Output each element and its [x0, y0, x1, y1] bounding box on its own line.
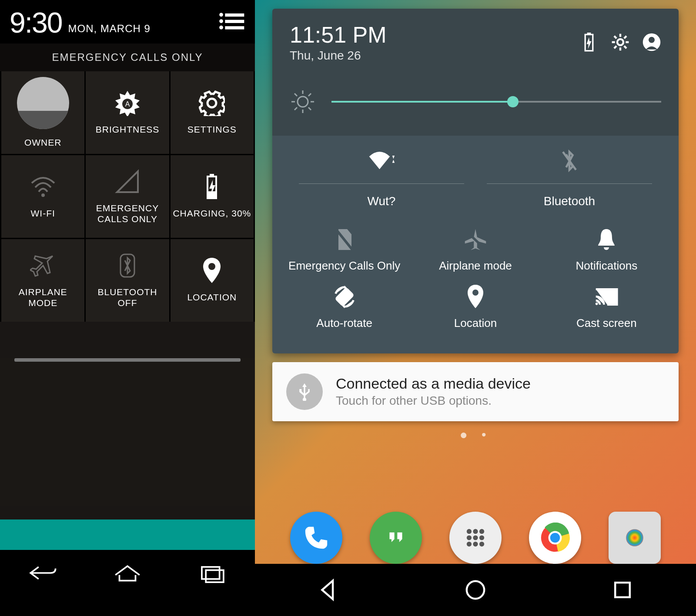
drag-handle[interactable] — [14, 358, 241, 362]
recents-button[interactable] — [610, 578, 635, 602]
svg-point-4 — [219, 19, 223, 23]
airplane-icon — [30, 253, 56, 279]
settings-icon[interactable] — [611, 33, 630, 52]
tile-label: Notifications — [576, 260, 638, 273]
notification-subtitle: Touch for other USB options. — [336, 394, 531, 408]
svg-point-53 — [479, 529, 484, 534]
bluetooth-icon — [114, 253, 141, 279]
wifi-icon — [30, 174, 56, 200]
tile-battery[interactable]: CHARGING, 30% — [171, 155, 254, 238]
svg-point-9 — [41, 193, 45, 197]
tile-label: OWNER — [23, 137, 64, 148]
svg-point-3 — [219, 13, 223, 17]
svg-marker-20 — [587, 37, 592, 49]
tile-label: Bluetooth — [544, 194, 595, 208]
svg-point-55 — [473, 535, 478, 540]
airplane-off-icon — [463, 227, 488, 252]
tile-label: AIRPLANE MODE — [1, 286, 84, 308]
tile-settings[interactable]: SETTINGS — [171, 71, 254, 154]
tile-owner[interactable]: OWNER — [1, 71, 84, 154]
svg-rect-66 — [615, 583, 630, 597]
slider-track[interactable] — [331, 101, 661, 103]
tile-label: EMERGENCY CALLS ONLY — [86, 203, 169, 224]
tile-label: Airplane mode — [439, 260, 512, 273]
tile-airplane[interactable]: Airplane mode — [412, 227, 539, 273]
home-button[interactable] — [111, 561, 144, 585]
svg-point-56 — [479, 535, 484, 540]
recents-button[interactable] — [196, 561, 228, 585]
tile-label: Auto-rotate — [316, 317, 372, 330]
tile-label: BRIGHTNESS — [94, 124, 161, 135]
tile-sim[interactable]: Emergency Calls Only — [281, 227, 408, 273]
page-indicator: ● • — [255, 427, 696, 442]
brightness-slider[interactable] — [290, 89, 661, 115]
svg-rect-16 — [202, 567, 220, 579]
tile-label: Emergency Calls Only — [288, 260, 400, 273]
clock: 11:51 PM — [290, 22, 387, 48]
tile-signal[interactable]: EMERGENCY CALLS ONLY — [86, 155, 169, 238]
svg-rect-17 — [206, 570, 224, 583]
svg-rect-2 — [225, 26, 244, 29]
kitkat-quick-settings: 9:30 MON, MARCH 9 EMERGENCY CALLS ONLY O… — [0, 0, 255, 616]
lollipop-quick-settings: 11:51 PM Thu, June 26 Wut? — [255, 0, 696, 616]
settings-list-icon[interactable] — [218, 12, 244, 33]
user-icon[interactable] — [642, 33, 661, 52]
bluetooth-off-icon — [555, 149, 583, 173]
svg-rect-0 — [225, 13, 244, 17]
shade-backdrop — [0, 358, 255, 506]
svg-rect-11 — [210, 174, 214, 176]
gear-icon — [199, 90, 225, 116]
svg-point-49 — [472, 290, 478, 296]
location-pin-icon — [199, 258, 225, 284]
tile-rotate[interactable]: Auto-rotate — [281, 285, 408, 330]
tile-location[interactable]: Location — [412, 285, 539, 330]
svg-point-57 — [467, 542, 472, 546]
avatar-icon — [17, 77, 69, 129]
svg-point-15 — [208, 263, 215, 270]
svg-text:A: A — [125, 100, 130, 108]
svg-marker-41 — [392, 156, 395, 159]
notification-card[interactable]: Connected as a media device Touch for ot… — [272, 362, 679, 421]
app-hangouts[interactable] — [370, 512, 422, 564]
home-button[interactable] — [463, 578, 488, 602]
slider-thumb[interactable] — [507, 96, 519, 107]
wifi-icon — [368, 149, 395, 173]
back-button[interactable] — [27, 561, 59, 585]
tile-cast[interactable]: Cast screen — [543, 285, 670, 330]
brightness-icon: A — [114, 90, 141, 116]
status-date: Thu, June 26 — [290, 49, 387, 63]
emergency-banner: EMERGENCY CALLS ONLY — [0, 43, 255, 71]
svg-rect-1 — [225, 20, 244, 23]
back-button[interactable] — [316, 578, 341, 602]
svg-line-38 — [308, 107, 311, 110]
tile-notifications[interactable]: Notifications — [543, 227, 670, 273]
svg-point-54 — [467, 535, 472, 540]
tile-brightness[interactable]: A BRIGHTNESS — [86, 71, 169, 154]
svg-line-27 — [624, 46, 626, 48]
sun-icon — [290, 89, 316, 115]
sim-off-icon — [332, 227, 357, 252]
app-camera[interactable] — [609, 512, 661, 564]
svg-marker-42 — [392, 160, 395, 163]
svg-point-64 — [627, 530, 642, 546]
tile-label: Location — [454, 317, 497, 330]
app-chrome[interactable] — [529, 512, 581, 564]
tile-location[interactable]: LOCATION — [171, 239, 254, 322]
svg-point-65 — [467, 581, 484, 599]
battery-charging-icon — [199, 174, 225, 200]
app-phone[interactable] — [290, 512, 342, 564]
app-drawer[interactable] — [449, 512, 502, 564]
tile-bluetooth[interactable]: Bluetooth — [478, 149, 661, 208]
tile-wifi[interactable]: WI-FI — [1, 155, 84, 238]
svg-point-51 — [467, 529, 472, 534]
svg-line-39 — [308, 93, 311, 96]
tile-label: WI-FI — [29, 208, 57, 219]
status-bar: 9:30 MON, MARCH 9 — [0, 0, 255, 43]
svg-point-32 — [298, 97, 308, 107]
tile-bluetooth[interactable]: BLUETOOTH OFF — [86, 239, 169, 322]
cast-icon — [594, 285, 619, 309]
tile-wifi[interactable]: Wut? — [290, 149, 473, 208]
svg-line-26 — [614, 36, 616, 38]
tile-airplane[interactable]: AIRPLANE MODE — [1, 239, 84, 322]
usb-icon — [286, 373, 323, 410]
